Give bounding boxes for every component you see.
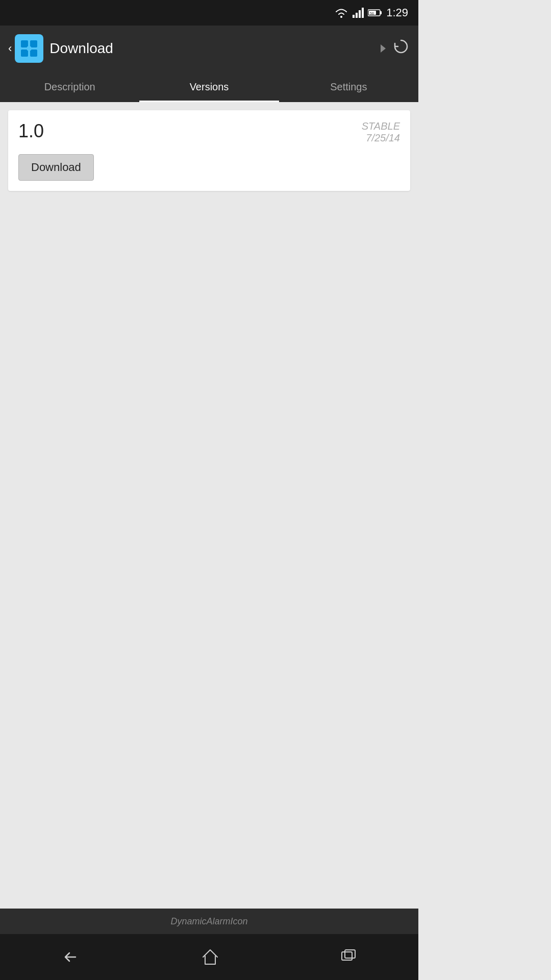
svg-rect-3	[359, 10, 361, 18]
wifi-icon	[334, 8, 348, 18]
tab-description[interactable]: Description	[0, 71, 139, 102]
svg-rect-15	[345, 950, 355, 958]
nav-back-icon	[60, 949, 81, 965]
version-meta: STABLE 7/25/14	[362, 120, 400, 144]
version-stability: STABLE	[362, 120, 400, 132]
svg-rect-2	[356, 13, 358, 18]
svg-rect-9	[21, 40, 28, 47]
nav-back-button[interactable]	[55, 944, 86, 970]
nav-home-icon	[201, 948, 219, 966]
refresh-icon	[392, 37, 410, 56]
app-bar-title: Download	[49, 40, 374, 57]
battery-icon: 56	[368, 9, 382, 17]
svg-rect-14	[342, 952, 352, 960]
refresh-button[interactable]	[392, 37, 410, 60]
svg-rect-11	[21, 50, 28, 57]
app-icon	[15, 34, 43, 63]
version-card-header: 1.0 STABLE 7/25/14	[18, 120, 400, 144]
back-button[interactable]: ‹	[8, 34, 43, 63]
version-number: 1.0	[18, 120, 44, 142]
nav-bar	[0, 934, 418, 980]
nav-recents-button[interactable]	[335, 944, 363, 970]
status-icons: 56 1:29	[334, 6, 408, 19]
svg-rect-1	[353, 15, 355, 18]
bottom-bar: DynamicAlarmIcon	[0, 909, 418, 934]
signal-icon	[353, 8, 364, 18]
app-name-label: DynamicAlarmIcon	[170, 916, 247, 927]
dropdown-indicator-icon	[381, 44, 386, 53]
app-bar: ‹ Download	[0, 26, 418, 71]
nav-recents-icon	[340, 949, 358, 965]
main-content: 1.0 STABLE 7/25/14 Download	[0, 102, 418, 909]
svg-rect-6	[380, 11, 382, 14]
status-time: 1:29	[386, 6, 408, 19]
nav-home-button[interactable]	[196, 943, 224, 971]
svg-text:56: 56	[370, 12, 374, 15]
svg-point-0	[340, 16, 342, 18]
download-button[interactable]: Download	[18, 154, 94, 181]
version-date: 7/25/14	[362, 132, 400, 144]
tab-bar: Description Versions Settings	[0, 71, 418, 102]
version-card: 1.0 STABLE 7/25/14 Download	[8, 110, 410, 191]
svg-rect-10	[30, 40, 37, 47]
puzzle-icon	[20, 39, 38, 58]
svg-rect-4	[362, 8, 364, 18]
status-bar: 56 1:29	[0, 0, 418, 26]
tab-versions[interactable]: Versions	[139, 71, 279, 102]
tab-settings[interactable]: Settings	[279, 71, 418, 102]
back-arrow-icon: ‹	[8, 42, 12, 55]
svg-point-13	[27, 46, 32, 51]
svg-rect-12	[30, 50, 37, 57]
